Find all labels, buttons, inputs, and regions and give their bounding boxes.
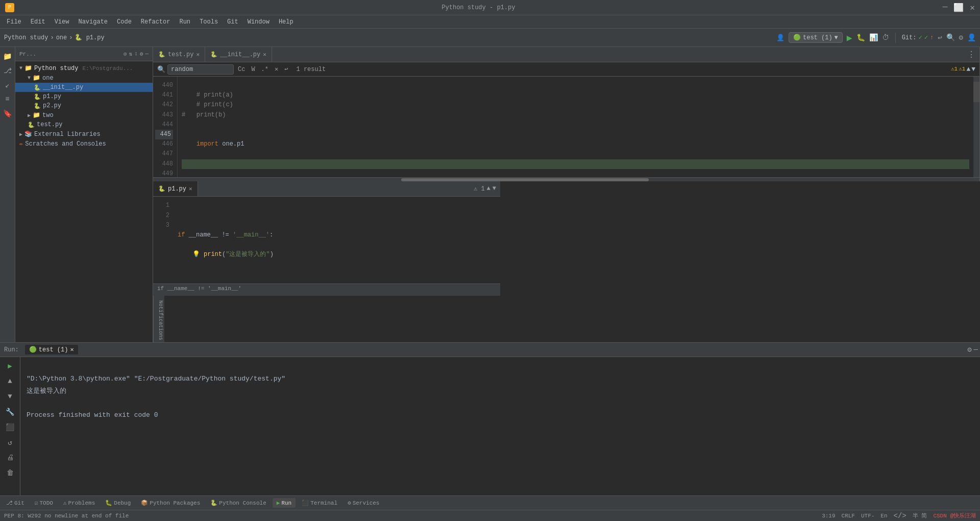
panel-title: Pr... (19, 51, 36, 57)
tab-init-py[interactable]: 🐍 __init__.py ✕ (205, 47, 272, 62)
git-push-icon[interactable]: ↑ (930, 34, 934, 41)
run-play-btn[interactable]: ▶ (4, 359, 17, 372)
search-input[interactable] (167, 64, 234, 75)
code-content-left[interactable]: # print(a) # print(c) # print(b) import … (178, 77, 973, 177)
breadcrumb-project[interactable]: Python study (4, 34, 48, 41)
minimize-button[interactable]: — (943, 3, 948, 13)
tab-test-py[interactable]: 🐍 test.py ✕ (153, 47, 205, 62)
tab-close-init[interactable]: ✕ (263, 51, 266, 58)
line-ending[interactable]: CRLF (842, 513, 855, 519)
search-word-btn[interactable]: W (249, 65, 257, 74)
search-prev-btn[interactable]: ▲ (966, 65, 970, 73)
tree-item-root[interactable]: ▼ 📁 Python study E:\Postgradu... (15, 63, 153, 73)
run-scroll-up-btn[interactable]: ▲ (4, 374, 17, 388)
tree-item-one[interactable]: ▼ 📁 one (15, 73, 153, 83)
panel-expand-icon[interactable]: ↕ (134, 51, 138, 57)
sidebar-icon-structure[interactable]: ≡ (1, 92, 14, 106)
menu-refactor[interactable]: Refactor (137, 17, 175, 27)
menu-file[interactable]: File (3, 17, 26, 27)
panel-minimize-icon[interactable]: — (145, 51, 149, 57)
sidebar-icon-bookmarks[interactable]: 🔖 (1, 107, 14, 120)
breadcrumb-folder[interactable]: one (56, 34, 67, 41)
search-case-btn[interactable]: Cc (236, 65, 247, 74)
search-close-btn[interactable]: ✕ (273, 64, 280, 74)
profile-run-button[interactable]: ⏱ (882, 34, 889, 42)
run-with-coverage-button[interactable]: 📊 (869, 33, 878, 42)
run-button[interactable]: ▶ (847, 32, 852, 43)
search-icon[interactable]: 🔍 (946, 33, 955, 42)
tree-item-p2[interactable]: 🐍 p2.py (15, 101, 153, 110)
menu-navigate[interactable]: Navigate (74, 17, 112, 27)
charset[interactable]: UTF- (861, 513, 874, 519)
git-update-icon[interactable]: ✓ (918, 34, 922, 41)
run-stop-btn[interactable]: ⬛ (4, 420, 17, 434)
tree-item-test[interactable]: 🐍 test.py (15, 120, 153, 129)
indent-indicator[interactable]: En (880, 513, 887, 519)
git-check-icon[interactable]: ✓ (924, 34, 928, 41)
run-tab-test[interactable]: 🟢 test (1) ✕ (25, 345, 78, 354)
run-print-btn[interactable]: 🖨 (4, 451, 17, 464)
menu-code[interactable]: Code (113, 17, 136, 27)
editor-nav-down[interactable]: ▼ (493, 185, 496, 193)
tool-tab-python-packages[interactable]: 📦 Python Packages (137, 498, 204, 508)
panel-locate-icon[interactable]: ⊙ (124, 51, 127, 57)
sidebar-icon-pull-requests[interactable]: ↙ (1, 78, 14, 91)
panel-settings-icon[interactable]: ⚙ (140, 51, 143, 57)
menu-edit[interactable]: Edit (27, 17, 50, 27)
tabs-menu-icon[interactable]: ⋮ (963, 50, 979, 60)
lang-icon[interactable]: </> (894, 512, 906, 520)
menu-window[interactable]: Window (243, 17, 274, 27)
menu-view[interactable]: View (51, 17, 74, 27)
account-icon[interactable]: 👤 (967, 33, 976, 42)
tab-p1-py[interactable]: 🐍 p1.py ✕ (153, 181, 198, 196)
panel-minimize-btn[interactable]: — (974, 345, 978, 354)
breadcrumb: Python study › one › 🐍 p1.py (4, 34, 105, 41)
sidebar-icon-project[interactable]: 📁 (1, 50, 14, 63)
breadcrumb-file[interactable]: 🐍 p1.py (75, 34, 104, 41)
tool-tab-terminal[interactable]: ⬛ Terminal (298, 498, 341, 508)
profile-icon[interactable]: 👤 (776, 34, 785, 42)
run-trash-btn[interactable]: 🗑 (4, 466, 17, 480)
tab-close-test[interactable]: ✕ (196, 51, 200, 58)
right-code-content[interactable]: if __name__ != '__main__': 💡 print("这是被导… (174, 201, 500, 279)
panel-settings-btn[interactable]: ⚙ (967, 345, 971, 354)
horizontal-scrollbar-left[interactable] (153, 177, 979, 181)
menu-help[interactable]: Help (275, 17, 298, 27)
tool-tab-git[interactable]: ⎇ Git (2, 498, 29, 508)
tree-item-ext-libs[interactable]: ▶ 📚 External Libraries (15, 129, 153, 139)
notifications-label[interactable]: Notifications (157, 298, 164, 342)
tool-tab-run[interactable]: ▶ Run (273, 498, 296, 508)
close-button[interactable]: ✕ (970, 3, 975, 13)
tool-tab-services[interactable]: ⚙ Services (344, 498, 383, 508)
tree-item-p1[interactable]: 🐍 p1.py (15, 92, 153, 101)
tree-item-init[interactable]: 🐍 __init__.py (15, 83, 153, 92)
search-regex-btn[interactable]: .* (259, 65, 271, 74)
run-tab-close[interactable]: ✕ (70, 346, 74, 353)
tool-tab-problems[interactable]: ⚠ Problems (59, 498, 99, 508)
maximize-button[interactable]: ⬜ (953, 3, 964, 13)
input-mode[interactable]: 半 简 (913, 512, 927, 519)
run-config-selector[interactable]: 🟢 test (1) ▼ (789, 32, 843, 43)
run-scroll-down-btn[interactable]: ▼ (4, 390, 17, 403)
panel-collapse-icon[interactable]: ⇅ (129, 51, 133, 57)
run-wrench-btn[interactable]: 🔧 (4, 405, 17, 418)
tool-tab-debug[interactable]: 🐛 Debug (101, 498, 135, 508)
tool-tab-todo[interactable]: ☑ TODO (31, 498, 57, 508)
run-output-line-3 (27, 399, 31, 407)
editor-nav-up[interactable]: ▲ (487, 185, 491, 193)
tree-item-scratches[interactable]: ✏ Scratches and Consoles (15, 139, 153, 149)
search-next-btn[interactable]: ▼ (971, 65, 975, 73)
debug-tab-icon: 🐛 (105, 500, 112, 506)
run-rerun-btn[interactable]: ↺ (4, 436, 17, 449)
tool-tab-python-console[interactable]: 🐍 Python Console (206, 498, 270, 508)
menu-run[interactable]: Run (175, 17, 194, 27)
search-preserve-btn[interactable]: ↩ (282, 64, 290, 74)
menu-tools[interactable]: Tools (195, 17, 222, 27)
tab-close-p1[interactable]: ✕ (189, 185, 192, 192)
tree-item-two[interactable]: ▶ 📁 two (15, 110, 153, 120)
debug-button[interactable]: 🐛 (856, 33, 865, 42)
settings-icon[interactable]: ⚙ (959, 33, 963, 42)
menu-git[interactable]: Git (223, 17, 242, 27)
sidebar-icon-commit[interactable]: ⎇ (1, 64, 14, 77)
revert-icon[interactable]: ↩ (938, 33, 942, 42)
